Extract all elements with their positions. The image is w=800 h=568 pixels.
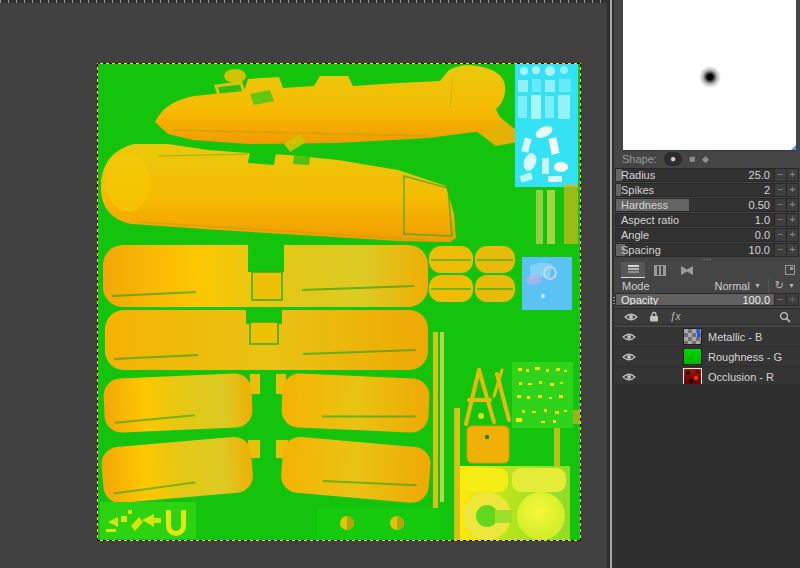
lock-filter-button[interactable] <box>649 311 659 322</box>
plus-button[interactable]: + <box>787 228 799 242</box>
tab-layers[interactable] <box>621 262 645 278</box>
plus-button[interactable]: + <box>787 198 799 212</box>
cycle-icon: ↻ <box>775 279 784 292</box>
layers-list: Metallic - B Roughness - G O <box>614 327 800 387</box>
engine-panel-blue <box>522 257 572 310</box>
shape-circle-button[interactable]: ● <box>664 152 682 166</box>
shape-selector-row: Shape: ● ■ ◆ <box>614 150 800 167</box>
plus-button[interactable]: + <box>787 243 799 257</box>
plus-button[interactable]: + <box>787 183 799 197</box>
layer-name[interactable]: Roughness - G <box>708 351 782 363</box>
chevron-down-icon[interactable]: ▼ <box>754 282 761 289</box>
mode-cycle-button[interactable]: ↻ ▼ <box>768 279 795 292</box>
mode-dropdown[interactable]: Normal <box>714 280 749 292</box>
wheel-block <box>460 466 570 540</box>
opacity-slider[interactable]: Opacity 100.0 −+ <box>615 293 799 306</box>
opacity-value: 100.0 <box>742 294 770 306</box>
canvas-vertical-scrollbar[interactable] <box>607 0 614 568</box>
minus-button[interactable]: − <box>775 293 787 306</box>
texture-canvas[interactable] <box>98 64 580 540</box>
chevron-down-icon: ▼ <box>788 282 795 289</box>
slider-aspect-ratio[interactable]: Aspect ratio 1.0 −+ <box>615 213 799 227</box>
layer-visibility-toggle[interactable] <box>614 332 644 342</box>
layer-thumbnail[interactable] <box>683 348 702 365</box>
small-parts-box-left <box>100 502 196 539</box>
plus-button[interactable]: + <box>787 168 799 182</box>
lock-icon <box>649 311 659 322</box>
brush-sliders: Radius 25.0 −+ Spikes 2 −+ Hardness 0.50… <box>615 168 799 258</box>
wing-bar-2 <box>105 310 428 370</box>
layer-thumbnail[interactable] <box>683 368 702 385</box>
brush-preview <box>623 0 796 151</box>
horizontal-ruler <box>0 0 607 3</box>
layer-name[interactable]: Metallic - B <box>708 331 762 343</box>
plus-button[interactable]: + <box>787 213 799 227</box>
layer-row-roughness[interactable]: Roughness - G <box>614 347 800 367</box>
small-parts-box-middle <box>317 508 440 539</box>
minus-button[interactable]: − <box>775 183 787 197</box>
orange-tag <box>467 426 509 463</box>
slider-angle[interactable]: Angle 0.0 −+ <box>615 228 799 242</box>
layers-empty-area[interactable] <box>614 384 800 568</box>
canvas-area[interactable] <box>0 0 607 568</box>
slider-hardness[interactable]: Hardness 0.50 −+ <box>615 198 799 212</box>
layer-boundary-ants <box>580 63 581 541</box>
speckle-panel <box>512 362 573 428</box>
slider-spikes[interactable]: Spikes 2 −+ <box>615 183 799 197</box>
layer-thumbnail[interactable] <box>683 328 702 345</box>
gimp-window: Shape: ● ■ ◆ Radius 25.0 −+ Spikes 2 −+ <box>0 0 800 568</box>
tab-menu-button[interactable] <box>785 265 795 275</box>
layer-mode-row: Mode Normal ▼ ↻ ▼ <box>614 279 800 292</box>
layer-boundary-ants <box>97 540 581 541</box>
scrollbar-thumb[interactable] <box>610 0 612 568</box>
layers-icon <box>628 265 639 274</box>
layer-visibility-toggle[interactable] <box>614 352 644 362</box>
effects-filter-button[interactable]: ƒx <box>670 311 681 322</box>
minus-button[interactable]: − <box>775 198 787 212</box>
search-button[interactable] <box>779 311 791 323</box>
eye-icon <box>622 352 636 362</box>
search-icon <box>779 311 791 323</box>
right-dock-panel: Shape: ● ■ ◆ Radius 25.0 −+ Spikes 2 −+ <box>614 0 800 568</box>
shape-diamond-button[interactable]: ◆ <box>702 152 709 166</box>
opacity-label: Opacity <box>621 294 658 306</box>
image-layer-boundary[interactable] <box>98 64 580 540</box>
paths-icon <box>681 266 693 275</box>
eye-icon <box>624 312 638 322</box>
cockpit-panel-cyan <box>515 64 578 187</box>
shape-square-button[interactable]: ■ <box>689 152 695 166</box>
visibility-filter-button[interactable] <box>624 312 638 322</box>
minus-button[interactable]: − <box>775 243 787 257</box>
layer-row-metallic[interactable]: Metallic - B <box>614 327 800 347</box>
layer-visibility-toggle[interactable] <box>614 372 644 382</box>
minus-button[interactable]: − <box>775 213 787 227</box>
mode-label: Mode <box>622 280 650 292</box>
dockable-tabs <box>614 262 800 278</box>
eye-icon <box>622 332 636 342</box>
layer-filter-toolbar: ƒx <box>614 308 800 325</box>
tab-paths[interactable] <box>675 263 699 278</box>
eye-icon <box>622 372 636 382</box>
layer-name[interactable]: Occlusion - R <box>708 371 774 383</box>
shape-label: Shape: <box>622 153 657 165</box>
minus-button[interactable]: − <box>775 228 787 242</box>
minus-button[interactable]: − <box>775 168 787 182</box>
wing-bar-1 <box>103 245 428 307</box>
slider-radius[interactable]: Radius 25.0 −+ <box>615 168 799 182</box>
tab-channels[interactable] <box>648 263 672 278</box>
plus-button[interactable]: + <box>787 293 799 306</box>
channels-icon <box>654 265 666 276</box>
